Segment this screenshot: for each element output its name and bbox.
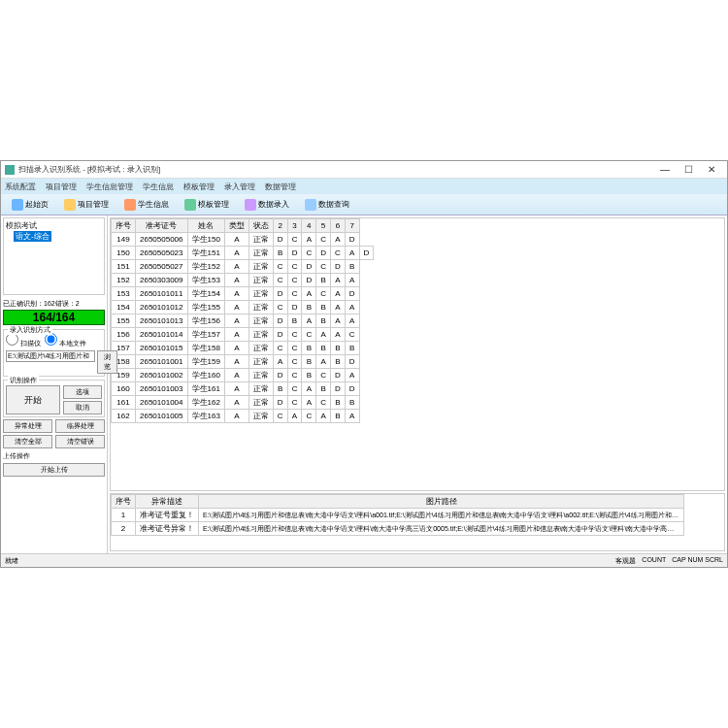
col-header[interactable]: 7	[345, 219, 359, 233]
menubar: 系统配置项目管理学生信息管理学生信息模板管理录入管理数据管理	[1, 179, 727, 194]
toolbtn-icon	[12, 199, 23, 211]
radio-local-file[interactable]: 本地文件	[45, 333, 86, 348]
recognize-group: 识别操作 开始 选项 取消	[3, 380, 105, 417]
errors-table: 序号异常描述图片路径1准考证号重复！E:\测试图片\4练习用图片和信息表\南大港…	[111, 494, 684, 536]
error-table-wrap[interactable]: 序号异常描述图片路径1准考证号重复！E:\测试图片\4练习用图片和信息表\南大港…	[110, 493, 725, 551]
col-header[interactable]: 5	[316, 219, 331, 233]
window-title: 扫描录入识别系统 - [模拟考试 : 录入识别]	[18, 164, 653, 175]
table-row[interactable]: 1492650505006学生150A正常DCACAD	[112, 233, 374, 247]
table-row[interactable]: 1502650505023学生151A正常BDCDCAD	[112, 247, 374, 260]
boundary-handle-button[interactable]: 临界处理	[55, 419, 105, 433]
progress-counter: 164/164	[3, 310, 105, 325]
minimize-button[interactable]: —	[653, 164, 677, 175]
sidebar: 模拟考试 语文-综合 已正确识别：162错误：2 164/164 录入识别方式 …	[1, 215, 108, 553]
main-table-wrap[interactable]: 序号准考证号姓名类型状态2345671492650505006学生150A正常D…	[110, 217, 725, 491]
upload-title: 上传操作	[3, 451, 105, 461]
col-header[interactable]: 状态	[248, 219, 273, 233]
col-header[interactable]: 6	[330, 219, 345, 233]
table-row[interactable]: 1532650101011学生154A正常DCACAD	[112, 287, 374, 301]
err-col-header[interactable]: 序号	[112, 495, 136, 509]
table-row[interactable]: 1622650101005学生163A正常CACABA	[112, 410, 374, 423]
toolbar: 起始页项目管理学生信息模板管理数据录入数据查询	[1, 194, 727, 215]
toolbtn-项目管理[interactable]: 项目管理	[57, 197, 116, 213]
tree-root[interactable]: 模拟考试	[6, 220, 102, 231]
menu-学生信息[interactable]: 学生信息	[143, 182, 174, 192]
scan-mode-group: 录入识别方式 扫描仪 本地文件 浏览	[3, 329, 105, 377]
menu-模板管理[interactable]: 模板管理	[183, 182, 215, 192]
toolbtn-起始页[interactable]: 起始页	[5, 197, 55, 213]
menu-系统配置[interactable]: 系统配置	[5, 182, 36, 192]
file-path-input[interactable]	[6, 350, 95, 362]
table-row[interactable]: 1612650101004学生162A正常DCACBB	[112, 396, 374, 410]
cancel-button[interactable]: 取消	[63, 401, 102, 414]
menu-学生信息管理[interactable]: 学生信息管理	[86, 182, 133, 192]
close-button[interactable]: ✕	[700, 164, 723, 175]
table-row[interactable]: 1522650303009学生153A正常CCDBAA	[112, 274, 374, 287]
toolbtn-数据查询[interactable]: 数据查询	[298, 197, 356, 213]
col-header[interactable]: 3	[287, 219, 302, 233]
app-icon	[5, 165, 15, 175]
exception-handle-button[interactable]: 异常处理	[3, 419, 52, 433]
err-col-header[interactable]: 图片路径	[199, 495, 684, 509]
statusbar: 就绪 客观题 COUNT CAP NUM SCRL	[1, 553, 727, 567]
error-row[interactable]: 2准考证号异常！E:\测试图片\4练习用图片和信息表\南大港中学语文\理科\南大…	[112, 522, 684, 536]
toolbtn-icon	[184, 199, 196, 211]
toolbtn-icon	[124, 199, 136, 211]
table-row[interactable]: 1562650101014学生157A正常DCCAAC	[112, 328, 374, 342]
status-left: 就绪	[5, 556, 18, 566]
col-header[interactable]: 4	[302, 219, 316, 233]
menu-项目管理[interactable]: 项目管理	[46, 182, 77, 192]
menu-数据管理[interactable]: 数据管理	[265, 182, 296, 192]
col-header[interactable]: 准考证号	[136, 219, 188, 233]
upload-button[interactable]: 开始上传	[3, 463, 105, 477]
col-header[interactable]: 2	[273, 219, 287, 233]
toolbtn-icon	[64, 199, 76, 211]
radio-scanner[interactable]: 扫描仪	[6, 333, 41, 348]
status-locks: CAP NUM SCRL	[672, 556, 723, 566]
table-row[interactable]: 1582650101001学生159A正常ACBABD	[112, 355, 374, 369]
err-col-header[interactable]: 异常描述	[136, 495, 199, 509]
toolbtn-数据录入[interactable]: 数据录入	[238, 197, 296, 213]
tree-child-selected[interactable]: 语文-综合	[14, 231, 51, 242]
menu-录入管理[interactable]: 录入管理	[224, 182, 255, 192]
toolbtn-模板管理[interactable]: 模板管理	[178, 197, 236, 213]
table-row[interactable]: 1592650101002学生160A正常DCBCDA	[112, 369, 374, 382]
browse-button[interactable]: 浏览	[97, 350, 117, 374]
clear-errors-button[interactable]: 清空错误	[55, 435, 105, 448]
toolbtn-icon	[305, 199, 316, 211]
recognition-stats: 已正确识别：162错误：2	[3, 299, 105, 309]
table-row[interactable]: 1512650505027学生152A正常CCDCDB	[112, 260, 374, 274]
table-row[interactable]: 1572650101015学生158A正常CCBBBB	[112, 342, 374, 355]
col-header[interactable]: 姓名	[187, 219, 224, 233]
error-row[interactable]: 1准考证号重复！E:\测试图片\4练习用图片和信息表\南大港中学语文\理科\a0…	[112, 509, 684, 522]
col-header[interactable]: 类型	[224, 219, 248, 233]
recognize-title: 识别操作	[8, 376, 39, 385]
col-header[interactable]: 序号	[112, 219, 136, 233]
results-table: 序号准考证号姓名类型状态2345671492650505006学生150A正常D…	[111, 218, 374, 423]
table-row[interactable]: 1542650101012学生155A正常CDBBAA	[112, 301, 374, 314]
table-row[interactable]: 1552650101013学生156A正常DBABAA	[112, 314, 374, 328]
clear-all-button[interactable]: 清空全部	[3, 435, 52, 448]
maximize-button[interactable]: ☐	[677, 164, 700, 175]
scan-mode-title: 录入识别方式	[8, 325, 52, 335]
options-button[interactable]: 选项	[63, 385, 102, 399]
status-count: COUNT	[642, 556, 666, 566]
content-area: 序号准考证号姓名类型状态2345671492650505006学生150A正常D…	[108, 215, 727, 553]
table-row[interactable]: 1602650101003学生161A正常BCABDD	[112, 382, 374, 396]
toolbtn-学生信息[interactable]: 学生信息	[117, 197, 176, 213]
titlebar: 扫描录入识别系统 - [模拟考试 : 录入识别] — ☐ ✕	[1, 161, 727, 179]
project-tree[interactable]: 模拟考试 语文-综合	[3, 217, 105, 295]
start-button[interactable]: 开始	[6, 385, 60, 414]
toolbtn-icon	[245, 199, 256, 211]
status-subject: 客观题	[615, 556, 636, 566]
